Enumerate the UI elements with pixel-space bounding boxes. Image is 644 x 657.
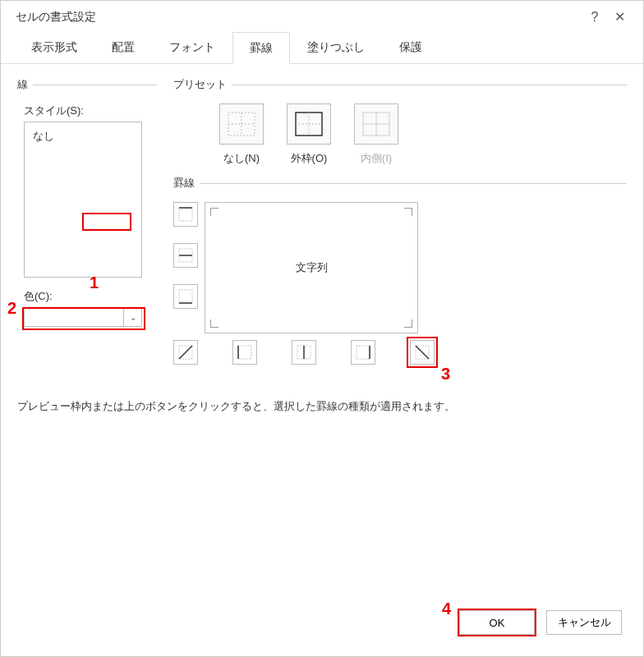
preset-none-label: なし(N) xyxy=(223,151,260,166)
color-swatch xyxy=(25,308,123,326)
preset-outline-label: 外枠(O) xyxy=(291,151,328,166)
svg-line-24 xyxy=(416,346,429,359)
format-cells-dialog: セルの書式設定 ? ✕ 表示形式 配置 フォント 罫線 塗りつぶし 保護 線 ス… xyxy=(0,0,644,657)
tab-border[interactable]: 罫線 xyxy=(232,32,290,64)
border-legend: 罫線 xyxy=(173,176,200,191)
chevron-down-icon: ⌄ xyxy=(123,308,141,326)
style-none-item[interactable]: なし xyxy=(33,130,54,142)
annotation-num-3: 3 xyxy=(441,365,450,384)
annotation-box-1 xyxy=(82,213,131,231)
preset-inside-label: 内側(I) xyxy=(361,151,392,166)
lines-legend: 線 xyxy=(17,77,33,92)
preview-text: 文字列 xyxy=(296,260,328,275)
tab-display[interactable]: 表示形式 xyxy=(14,31,94,63)
color-dropdown[interactable]: ⌄ xyxy=(24,307,142,327)
border-diag-up-icon xyxy=(177,344,194,361)
titlebar: セルの書式設定 ? ✕ xyxy=(1,1,643,31)
svg-rect-17 xyxy=(238,346,251,359)
border-left-button[interactable] xyxy=(232,340,257,365)
annotation-num-2: 2 xyxy=(7,299,16,318)
tab-strip: 表示形式 配置 フォント 罫線 塗りつぶし 保護 xyxy=(1,31,643,64)
lines-group: 線 スタイル(S): なし 1 色(C): ⌄ xyxy=(17,77,157,327)
help-icon[interactable]: ? xyxy=(582,10,607,25)
border-bottom-icon xyxy=(177,288,194,305)
border-left-icon xyxy=(237,344,253,361)
preset-inside-button[interactable] xyxy=(354,103,398,145)
svg-rect-21 xyxy=(356,346,370,359)
preset-outline-button[interactable] xyxy=(287,103,331,145)
border-diag-up-button[interactable] xyxy=(173,340,198,365)
border-bottom-button[interactable] xyxy=(173,284,198,309)
preset-outline-icon xyxy=(295,112,323,136)
border-middle-icon xyxy=(177,247,194,264)
content-area: 線 スタイル(S): なし 1 色(C): ⌄ xyxy=(1,64,643,597)
close-icon[interactable]: ✕ xyxy=(607,9,632,25)
tab-alignment[interactable]: 配置 xyxy=(94,31,152,63)
preset-none-button[interactable] xyxy=(219,103,264,145)
ok-button[interactable]: OK xyxy=(459,610,535,635)
annotation-num-4: 4 xyxy=(442,600,451,618)
color-label: 色(C): xyxy=(24,289,157,304)
svg-rect-9 xyxy=(179,208,192,221)
border-right-icon xyxy=(355,344,371,361)
hint-text: プレビュー枠内または上のボタンをクリックすると、選択した罫線の種類が適用されます… xyxy=(17,399,627,414)
dialog-footer: OK キャンセル 4 xyxy=(1,597,643,656)
dialog-title: セルの書式設定 xyxy=(16,10,582,25)
style-label: スタイル(S): xyxy=(24,103,157,118)
border-center-button[interactable] xyxy=(292,340,316,365)
border-right-button[interactable] xyxy=(351,340,375,365)
preset-legend: プリセット xyxy=(173,77,232,92)
border-diag-down-icon xyxy=(414,344,430,361)
preset-inside-icon xyxy=(362,112,390,136)
tab-fill[interactable]: 塗りつぶし xyxy=(290,31,382,63)
border-middle-button[interactable] xyxy=(173,243,198,268)
svg-line-16 xyxy=(179,346,192,359)
border-diag-down-button[interactable] xyxy=(410,340,435,365)
border-group: 罫線 文字列 xyxy=(173,176,627,365)
style-listbox[interactable]: なし xyxy=(24,122,142,278)
border-top-button[interactable] xyxy=(173,202,198,227)
cancel-button[interactable]: キャンセル xyxy=(546,610,622,635)
preset-group: プリセット なし(N) 外枠(O) xyxy=(173,77,627,166)
svg-rect-13 xyxy=(179,290,192,303)
preset-none-icon xyxy=(228,112,255,136)
border-center-icon xyxy=(296,344,312,361)
tab-protection[interactable]: 保護 xyxy=(382,31,439,63)
border-top-icon xyxy=(177,206,194,223)
border-preview[interactable]: 文字列 xyxy=(205,202,418,333)
tab-font[interactable]: フォント xyxy=(152,31,232,63)
